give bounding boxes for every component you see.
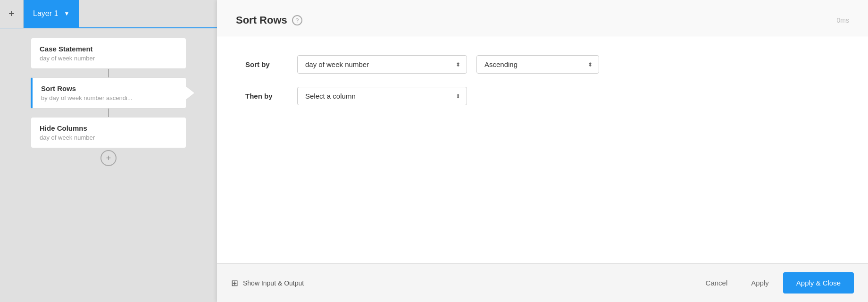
table-icon: ⊞: [231, 278, 238, 288]
top-bar: + Layer 1 ▼: [0, 0, 217, 28]
node-case-statement-title: Case Statement: [40, 45, 177, 53]
add-layer-button[interactable]: +: [0, 0, 24, 28]
then-by-label: Then by: [245, 92, 288, 100]
dialog-title: Sort Rows: [236, 14, 287, 26]
add-node-button[interactable]: +: [100, 150, 117, 166]
node-arrow-icon: [186, 86, 194, 100]
dialog-content: Sort by day of week number ⬍ Ascending D…: [217, 36, 868, 263]
node-case-statement[interactable]: Case Statement day of week number: [31, 38, 186, 69]
pipeline: Case Statement day of week number Sort R…: [0, 28, 217, 176]
show-input-output-label: Show Input & Output: [243, 279, 304, 287]
sort-by-select-wrapper: day of week number ⬍: [297, 55, 467, 74]
help-icon[interactable]: ?: [292, 15, 302, 25]
layer-tab[interactable]: Layer 1 ▼: [24, 0, 79, 28]
connector-line-1: [108, 69, 109, 77]
sort-by-label: Sort by: [245, 60, 288, 68]
then-by-select[interactable]: Select a column: [297, 87, 467, 105]
apply-close-button[interactable]: Apply & Close: [783, 272, 854, 294]
node-sort-rows-title: Sort Rows: [41, 84, 177, 92]
dialog-panel: Sort Rows ? 0ms Sort by day of week numb…: [217, 0, 868, 302]
show-input-output-button[interactable]: ⊞ Show Input & Output: [231, 278, 304, 288]
layer-name: Layer 1: [33, 9, 58, 18]
node-hide-columns-title: Hide Columns: [40, 124, 177, 132]
layer-chevron-icon: ▼: [64, 10, 69, 17]
sort-by-row: Sort by day of week number ⬍ Ascending D…: [245, 55, 840, 74]
left-panel: + Layer 1 ▼ Case Statement day of week n…: [0, 0, 217, 302]
order-select[interactable]: Ascending Descending: [476, 55, 599, 74]
node-sort-rows-subtitle: by day of week number ascendi...: [41, 94, 177, 101]
sort-by-select[interactable]: day of week number: [297, 55, 467, 74]
cancel-button[interactable]: Cancel: [696, 273, 737, 293]
then-by-select-wrapper: Select a column ⬍: [297, 87, 467, 105]
footer-actions: Cancel Apply Apply & Close: [696, 272, 854, 294]
timing-badge: 0ms: [837, 17, 849, 24]
dialog-title-row: Sort Rows ?: [236, 14, 302, 26]
order-select-wrapper: Ascending Descending ⬍: [476, 55, 599, 74]
node-sort-rows[interactable]: Sort Rows by day of week number ascendi.…: [31, 77, 186, 109]
apply-button[interactable]: Apply: [742, 273, 778, 293]
node-hide-columns[interactable]: Hide Columns day of week number: [31, 117, 186, 148]
connector-line-2: [108, 109, 109, 117]
node-case-statement-subtitle: day of week number: [40, 55, 177, 62]
dialog-footer: ⊞ Show Input & Output Cancel Apply Apply…: [217, 263, 868, 302]
dialog-header: Sort Rows ? 0ms: [217, 0, 868, 36]
node-hide-columns-subtitle: day of week number: [40, 134, 177, 141]
then-by-row: Then by Select a column ⬍: [245, 87, 840, 105]
